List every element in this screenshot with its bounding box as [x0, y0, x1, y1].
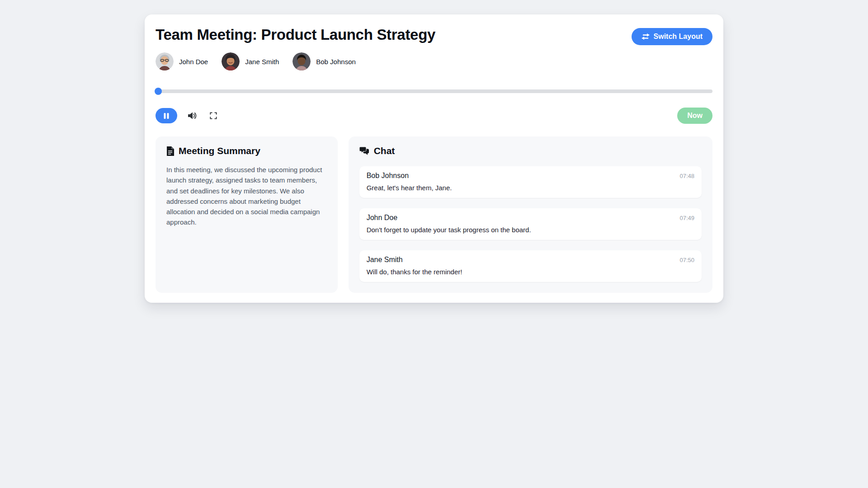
switch-layout-label: Switch Layout — [654, 33, 703, 41]
participants-row: John Doe Jane Smith — [156, 52, 712, 70]
chat-message-author: Bob Johnson — [367, 172, 409, 180]
expand-corners-icon — [209, 111, 218, 120]
chat-message-timestamp: 07:48 — [679, 173, 694, 179]
chat-message: John Doe 07:49 Don't forget to update yo… — [359, 208, 702, 240]
chat-message-author: John Doe — [367, 214, 398, 222]
chat-message-timestamp: 07:49 — [679, 215, 694, 221]
playback-progress-slider[interactable] — [156, 88, 712, 95]
chat-message: Jane Smith 07:50 Will do, thanks for the… — [359, 250, 702, 282]
participant-jane-smith: Jane Smith — [222, 52, 279, 70]
chat-panel: Chat Bob Johnson 07:48 Great, let's hear… — [349, 136, 712, 293]
meeting-summary-panel: Meeting Summary In this meeting, we disc… — [156, 136, 338, 293]
switch-layout-button[interactable]: Switch Layout — [632, 28, 712, 45]
meeting-player-card: Team Meeting: Product Launch Strategy Sw… — [145, 14, 723, 303]
summary-heading: Meeting Summary — [179, 145, 260, 156]
progress-track — [156, 89, 712, 93]
right-left-arrows-icon — [642, 33, 650, 40]
chat-message-timestamp: 07:50 — [679, 257, 694, 263]
chat-message-text: Don't forget to update your task progres… — [367, 226, 694, 234]
playback-controls: Now — [156, 108, 712, 124]
chat-message-text: Will do, thanks for the reminder! — [367, 268, 694, 276]
participant-john-doe: John Doe — [156, 52, 208, 70]
volume-button[interactable] — [185, 109, 199, 122]
chat-message-list: Bob Johnson 07:48 Great, let's hear them… — [359, 166, 702, 282]
summary-text: In this meeting, we discussed the upcomi… — [166, 164, 327, 228]
chat-message-text: Great, let's hear them, Jane. — [367, 184, 694, 192]
chat-message-author: Jane Smith — [367, 256, 403, 264]
chat-message: Bob Johnson 07:48 Great, let's hear them… — [359, 166, 702, 198]
participant-name: John Doe — [179, 58, 208, 66]
document-lines-icon — [166, 146, 174, 156]
progress-thumb[interactable] — [155, 88, 162, 95]
avatar — [292, 52, 311, 70]
fullscreen-button[interactable] — [207, 109, 220, 122]
speaker-waves-icon — [187, 111, 197, 120]
header: Team Meeting: Product Launch Strategy Sw… — [156, 26, 712, 45]
summary-header: Meeting Summary — [166, 145, 327, 156]
pause-button[interactable] — [156, 108, 177, 123]
page-title: Team Meeting: Product Launch Strategy — [156, 26, 435, 43]
avatar — [222, 52, 240, 70]
participant-name: Jane Smith — [245, 58, 279, 66]
avatar — [156, 52, 174, 70]
chat-header: Chat — [359, 145, 702, 156]
speech-bubbles-icon — [359, 147, 369, 155]
chat-heading: Chat — [374, 145, 395, 156]
pause-icon — [164, 113, 169, 119]
participant-name: Bob Johnson — [316, 58, 356, 66]
now-button[interactable]: Now — [677, 108, 712, 124]
content-panels: Meeting Summary In this meeting, we disc… — [156, 136, 712, 293]
participant-bob-johnson: Bob Johnson — [292, 52, 356, 70]
